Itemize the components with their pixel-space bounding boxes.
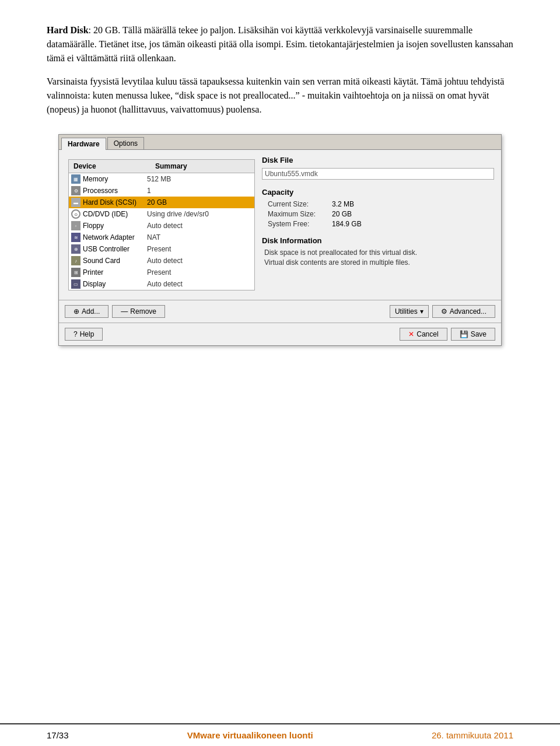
disk-file-title: Disk File (262, 156, 494, 164)
disk-info-line-1: Disk space is not preallocated for this … (262, 248, 494, 257)
remove-label: Remove (130, 307, 156, 316)
device-name-floppy: Floppy (83, 222, 147, 230)
system-free-label: System Free: (268, 220, 332, 228)
device-list: Device Summary ▦ Memory 512 MB ⚙ Pro (68, 159, 255, 290)
device-summary-sound: Auto detect (147, 257, 252, 265)
device-row-harddisk[interactable]: ▬ Hard Disk (SCSI) 20 GB (69, 197, 254, 208)
save-icon: 💾 (460, 330, 468, 338)
current-size-value: 3.2 MB (332, 200, 354, 208)
add-icon: ⊕ (74, 307, 79, 316)
cancel-icon: ✕ (408, 330, 414, 338)
device-row-memory[interactable]: ▦ Memory 512 MB (69, 173, 254, 185)
advanced-label: Advanced... (450, 307, 487, 316)
hdd-icon: ▬ (71, 198, 80, 207)
hardisk-bold: Hard Disk (47, 25, 89, 35)
vmware-dialog: Hardware Options Device Summary ▦ (47, 134, 513, 346)
current-size-label: Current Size: (268, 200, 332, 208)
usb-icon: ⊕ (71, 244, 80, 254)
device-name-cdvd: CD/DVD (IDE) (83, 210, 147, 218)
capacity-section: Capacity Current Size: 3.2 MB Maximum Si… (262, 188, 494, 228)
device-name-memory: Memory (83, 175, 147, 183)
footer-title: VMware virtuaalikoneen luonti (187, 730, 313, 740)
device-summary-cdvd: Using drive /dev/sr0 (147, 210, 252, 218)
max-size-value: 20 GB (332, 210, 352, 218)
memory-icon: ▦ (71, 174, 80, 184)
device-name-network: Network Adapter (83, 233, 147, 241)
page-number: 17/33 (47, 730, 69, 740)
cancel-label: Cancel (416, 330, 438, 338)
device-summary-harddisk: 20 GB (147, 198, 252, 206)
advanced-icon: ⚙ (441, 307, 447, 316)
sound-icon: ♪ (71, 256, 80, 265)
device-list-header: Device Summary (69, 160, 254, 173)
disk-info-section: Disk Information Disk space is not preal… (262, 236, 494, 267)
paragraph-1: Hard Disk: 20 GB. Tällä määrällä tekee j… (47, 23, 513, 65)
col-summary-header: Summary (153, 161, 252, 171)
save-label: Save (471, 330, 487, 338)
tab-hardware[interactable]: Hardware (61, 138, 106, 150)
cancel-button[interactable]: ✕ Cancel (400, 328, 447, 341)
device-summary-usb: Present (147, 245, 252, 253)
device-summary-display: Auto detect (147, 280, 252, 288)
footer-left-buttons: ? Help (65, 328, 103, 341)
dialog-footer: ? Help ✕ Cancel 💾 Save (59, 323, 501, 345)
dialog-body: Device Summary ▦ Memory 512 MB ⚙ Pro (59, 150, 501, 300)
device-summary-processors: 1 (147, 187, 252, 195)
device-summary-floppy: Auto detect (147, 222, 252, 230)
save-button[interactable]: 💾 Save (451, 328, 495, 341)
device-row-display[interactable]: ▭ Display Auto detect (69, 278, 254, 290)
device-name-usb: USB Controller (83, 245, 147, 253)
paragraph-2: Varsinaista fyysistä levytilaa kuluu täs… (47, 75, 513, 117)
device-name-harddisk: Hard Disk (SCSI) (83, 198, 147, 206)
network-icon: ≋ (71, 233, 80, 242)
device-row-network[interactable]: ≋ Network Adapter NAT (69, 232, 254, 243)
device-name-sound: Sound Card (83, 257, 147, 265)
disk-info-line-2: Virtual disk contents are stored in mult… (262, 258, 494, 267)
right-panel: Disk File Capacity Current Size: 3.2 MB … (255, 150, 501, 300)
help-button[interactable]: ? Help (65, 328, 103, 341)
footer-right-buttons: ✕ Cancel 💾 Save (400, 328, 495, 341)
left-action-buttons: ⊕ Add... — Remove (65, 305, 165, 318)
device-name-processors: Processors (83, 187, 147, 195)
display-icon: ▭ (71, 279, 80, 289)
disk-file-input[interactable] (262, 168, 494, 180)
col-device-header: Device (71, 161, 153, 171)
device-row-floppy[interactable]: ▫ Floppy Auto detect (69, 220, 254, 232)
system-free-value: 184.9 GB (332, 220, 362, 228)
add-button[interactable]: ⊕ Add... (65, 305, 108, 318)
device-summary-printer: Present (147, 268, 252, 276)
dialog-window: Hardware Options Device Summary ▦ (58, 134, 502, 346)
tab-options[interactable]: Options (107, 137, 144, 149)
help-icon: ? (74, 330, 78, 338)
printer-icon: ⊞ (71, 268, 80, 277)
utilities-dropdown-icon: ▾ (420, 307, 424, 316)
cd-icon: ○ (71, 209, 80, 219)
dialog-action-buttons: ⊕ Add... — Remove Utilities ▾ ⚙ (59, 300, 501, 323)
device-name-printer: Printer (83, 268, 147, 276)
device-row-processors[interactable]: ⚙ Processors 1 (69, 185, 254, 197)
help-label: Help (80, 330, 94, 338)
remove-button[interactable]: — Remove (112, 305, 165, 318)
device-summary-network: NAT (147, 233, 252, 241)
disk-info-title: Disk Information (262, 236, 494, 245)
add-label: Add... (82, 307, 100, 316)
page-footer: 17/33 VMware virtuaalikoneen luonti 26. … (0, 723, 560, 746)
device-row-printer[interactable]: ⊞ Printer Present (69, 267, 254, 278)
advanced-button[interactable]: ⚙ Advanced... (432, 305, 495, 318)
device-row-cdvd[interactable]: ○ CD/DVD (IDE) Using drive /dev/sr0 (69, 208, 254, 220)
utilities-button[interactable]: Utilities ▾ (390, 305, 429, 318)
capacity-row-current: Current Size: 3.2 MB (262, 200, 494, 208)
dialog-tab-bar: Hardware Options (59, 135, 501, 150)
utilities-label: Utilities (395, 307, 418, 316)
floppy-icon: ▫ (71, 221, 80, 230)
capacity-row-free: System Free: 184.9 GB (262, 220, 494, 228)
device-summary-memory: 512 MB (147, 175, 252, 183)
device-row-sound[interactable]: ♪ Sound Card Auto detect (69, 255, 254, 267)
device-row-usb[interactable]: ⊕ USB Controller Present (69, 243, 254, 255)
right-action-buttons: Utilities ▾ ⚙ Advanced... (390, 305, 495, 318)
remove-icon: — (121, 307, 128, 316)
capacity-title: Capacity (262, 188, 494, 197)
device-name-display: Display (83, 280, 147, 288)
capacity-row-max: Maximum Size: 20 GB (262, 210, 494, 218)
footer-date: 26. tammikuuta 2011 (432, 730, 513, 740)
